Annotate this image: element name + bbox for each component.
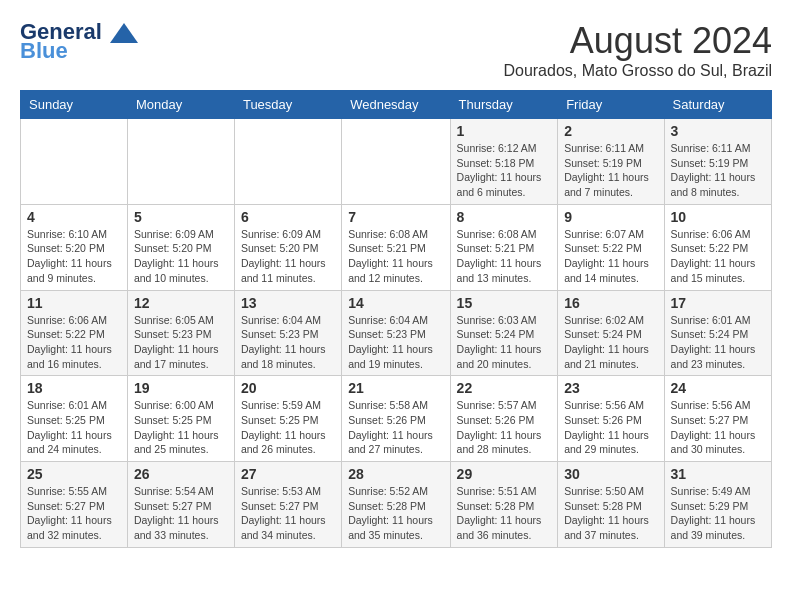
day-detail: Sunrise: 5:57 AM Sunset: 5:26 PM Dayligh… bbox=[457, 398, 552, 457]
calendar-week-row: 11Sunrise: 6:06 AM Sunset: 5:22 PM Dayli… bbox=[21, 290, 772, 376]
day-number: 23 bbox=[564, 380, 657, 396]
day-detail: Sunrise: 5:49 AM Sunset: 5:29 PM Dayligh… bbox=[671, 484, 765, 543]
calendar-cell: 23Sunrise: 5:56 AM Sunset: 5:26 PM Dayli… bbox=[558, 376, 664, 462]
svg-marker-0 bbox=[110, 23, 138, 43]
calendar-week-row: 4Sunrise: 6:10 AM Sunset: 5:20 PM Daylig… bbox=[21, 204, 772, 290]
day-number: 3 bbox=[671, 123, 765, 139]
col-header-wednesday: Wednesday bbox=[342, 91, 450, 119]
day-detail: Sunrise: 6:07 AM Sunset: 5:22 PM Dayligh… bbox=[564, 227, 657, 286]
calendar-cell: 28Sunrise: 5:52 AM Sunset: 5:28 PM Dayli… bbox=[342, 462, 450, 548]
calendar-cell: 31Sunrise: 5:49 AM Sunset: 5:29 PM Dayli… bbox=[664, 462, 771, 548]
day-number: 31 bbox=[671, 466, 765, 482]
calendar-cell: 11Sunrise: 6:06 AM Sunset: 5:22 PM Dayli… bbox=[21, 290, 128, 376]
day-number: 2 bbox=[564, 123, 657, 139]
calendar-cell bbox=[342, 119, 450, 205]
day-detail: Sunrise: 6:02 AM Sunset: 5:24 PM Dayligh… bbox=[564, 313, 657, 372]
day-number: 20 bbox=[241, 380, 335, 396]
day-number: 21 bbox=[348, 380, 443, 396]
calendar-cell: 17Sunrise: 6:01 AM Sunset: 5:24 PM Dayli… bbox=[664, 290, 771, 376]
day-number: 7 bbox=[348, 209, 443, 225]
day-number: 10 bbox=[671, 209, 765, 225]
day-detail: Sunrise: 5:52 AM Sunset: 5:28 PM Dayligh… bbox=[348, 484, 443, 543]
calendar-cell: 18Sunrise: 6:01 AM Sunset: 5:25 PM Dayli… bbox=[21, 376, 128, 462]
day-number: 6 bbox=[241, 209, 335, 225]
day-number: 30 bbox=[564, 466, 657, 482]
calendar-cell: 3Sunrise: 6:11 AM Sunset: 5:19 PM Daylig… bbox=[664, 119, 771, 205]
calendar-cell: 8Sunrise: 6:08 AM Sunset: 5:21 PM Daylig… bbox=[450, 204, 558, 290]
calendar-cell: 4Sunrise: 6:10 AM Sunset: 5:20 PM Daylig… bbox=[21, 204, 128, 290]
calendar-cell: 21Sunrise: 5:58 AM Sunset: 5:26 PM Dayli… bbox=[342, 376, 450, 462]
day-detail: Sunrise: 6:08 AM Sunset: 5:21 PM Dayligh… bbox=[348, 227, 443, 286]
day-number: 17 bbox=[671, 295, 765, 311]
day-detail: Sunrise: 6:05 AM Sunset: 5:23 PM Dayligh… bbox=[134, 313, 228, 372]
calendar-header-row: SundayMondayTuesdayWednesdayThursdayFrid… bbox=[21, 91, 772, 119]
location-subtitle: Dourados, Mato Grosso do Sul, Brazil bbox=[503, 62, 772, 80]
day-detail: Sunrise: 6:09 AM Sunset: 5:20 PM Dayligh… bbox=[134, 227, 228, 286]
day-detail: Sunrise: 6:03 AM Sunset: 5:24 PM Dayligh… bbox=[457, 313, 552, 372]
calendar-cell bbox=[127, 119, 234, 205]
day-detail: Sunrise: 5:53 AM Sunset: 5:27 PM Dayligh… bbox=[241, 484, 335, 543]
calendar-cell: 22Sunrise: 5:57 AM Sunset: 5:26 PM Dayli… bbox=[450, 376, 558, 462]
calendar-cell: 24Sunrise: 5:56 AM Sunset: 5:27 PM Dayli… bbox=[664, 376, 771, 462]
day-detail: Sunrise: 6:01 AM Sunset: 5:24 PM Dayligh… bbox=[671, 313, 765, 372]
calendar-week-row: 18Sunrise: 6:01 AM Sunset: 5:25 PM Dayli… bbox=[21, 376, 772, 462]
day-number: 14 bbox=[348, 295, 443, 311]
day-number: 25 bbox=[27, 466, 121, 482]
day-number: 18 bbox=[27, 380, 121, 396]
day-detail: Sunrise: 5:58 AM Sunset: 5:26 PM Dayligh… bbox=[348, 398, 443, 457]
calendar-cell: 6Sunrise: 6:09 AM Sunset: 5:20 PM Daylig… bbox=[234, 204, 341, 290]
day-number: 9 bbox=[564, 209, 657, 225]
day-detail: Sunrise: 5:56 AM Sunset: 5:26 PM Dayligh… bbox=[564, 398, 657, 457]
calendar-cell: 26Sunrise: 5:54 AM Sunset: 5:27 PM Dayli… bbox=[127, 462, 234, 548]
day-number: 13 bbox=[241, 295, 335, 311]
day-detail: Sunrise: 6:01 AM Sunset: 5:25 PM Dayligh… bbox=[27, 398, 121, 457]
calendar-cell: 9Sunrise: 6:07 AM Sunset: 5:22 PM Daylig… bbox=[558, 204, 664, 290]
calendar-cell: 5Sunrise: 6:09 AM Sunset: 5:20 PM Daylig… bbox=[127, 204, 234, 290]
day-detail: Sunrise: 5:51 AM Sunset: 5:28 PM Dayligh… bbox=[457, 484, 552, 543]
calendar-cell: 12Sunrise: 6:05 AM Sunset: 5:23 PM Dayli… bbox=[127, 290, 234, 376]
month-year-title: August 2024 bbox=[503, 20, 772, 62]
day-number: 15 bbox=[457, 295, 552, 311]
calendar-cell: 27Sunrise: 5:53 AM Sunset: 5:27 PM Dayli… bbox=[234, 462, 341, 548]
day-detail: Sunrise: 6:10 AM Sunset: 5:20 PM Dayligh… bbox=[27, 227, 121, 286]
logo-icon bbox=[110, 23, 138, 43]
day-detail: Sunrise: 5:50 AM Sunset: 5:28 PM Dayligh… bbox=[564, 484, 657, 543]
day-number: 1 bbox=[457, 123, 552, 139]
calendar-cell: 19Sunrise: 6:00 AM Sunset: 5:25 PM Dayli… bbox=[127, 376, 234, 462]
col-header-tuesday: Tuesday bbox=[234, 91, 341, 119]
calendar-cell: 25Sunrise: 5:55 AM Sunset: 5:27 PM Dayli… bbox=[21, 462, 128, 548]
col-header-thursday: Thursday bbox=[450, 91, 558, 119]
col-header-sunday: Sunday bbox=[21, 91, 128, 119]
day-detail: Sunrise: 6:06 AM Sunset: 5:22 PM Dayligh… bbox=[671, 227, 765, 286]
day-number: 5 bbox=[134, 209, 228, 225]
day-number: 22 bbox=[457, 380, 552, 396]
day-number: 19 bbox=[134, 380, 228, 396]
day-detail: Sunrise: 6:08 AM Sunset: 5:21 PM Dayligh… bbox=[457, 227, 552, 286]
day-number: 8 bbox=[457, 209, 552, 225]
day-detail: Sunrise: 6:11 AM Sunset: 5:19 PM Dayligh… bbox=[564, 141, 657, 200]
col-header-friday: Friday bbox=[558, 91, 664, 119]
day-detail: Sunrise: 5:54 AM Sunset: 5:27 PM Dayligh… bbox=[134, 484, 228, 543]
day-number: 16 bbox=[564, 295, 657, 311]
day-number: 28 bbox=[348, 466, 443, 482]
col-header-monday: Monday bbox=[127, 91, 234, 119]
day-detail: Sunrise: 6:12 AM Sunset: 5:18 PM Dayligh… bbox=[457, 141, 552, 200]
calendar-cell: 16Sunrise: 6:02 AM Sunset: 5:24 PM Dayli… bbox=[558, 290, 664, 376]
day-detail: Sunrise: 5:55 AM Sunset: 5:27 PM Dayligh… bbox=[27, 484, 121, 543]
calendar-cell: 14Sunrise: 6:04 AM Sunset: 5:23 PM Dayli… bbox=[342, 290, 450, 376]
calendar-cell: 29Sunrise: 5:51 AM Sunset: 5:28 PM Dayli… bbox=[450, 462, 558, 548]
day-detail: Sunrise: 5:59 AM Sunset: 5:25 PM Dayligh… bbox=[241, 398, 335, 457]
calendar-cell: 7Sunrise: 6:08 AM Sunset: 5:21 PM Daylig… bbox=[342, 204, 450, 290]
day-number: 12 bbox=[134, 295, 228, 311]
day-number: 26 bbox=[134, 466, 228, 482]
day-detail: Sunrise: 6:04 AM Sunset: 5:23 PM Dayligh… bbox=[348, 313, 443, 372]
calendar-week-row: 1Sunrise: 6:12 AM Sunset: 5:18 PM Daylig… bbox=[21, 119, 772, 205]
day-number: 11 bbox=[27, 295, 121, 311]
day-number: 24 bbox=[671, 380, 765, 396]
page-header: General Blue August 2024 Dourados, Mato … bbox=[20, 20, 772, 80]
calendar-cell: 15Sunrise: 6:03 AM Sunset: 5:24 PM Dayli… bbox=[450, 290, 558, 376]
day-detail: Sunrise: 6:09 AM Sunset: 5:20 PM Dayligh… bbox=[241, 227, 335, 286]
title-area: August 2024 Dourados, Mato Grosso do Sul… bbox=[503, 20, 772, 80]
day-number: 4 bbox=[27, 209, 121, 225]
day-detail: Sunrise: 6:06 AM Sunset: 5:22 PM Dayligh… bbox=[27, 313, 121, 372]
